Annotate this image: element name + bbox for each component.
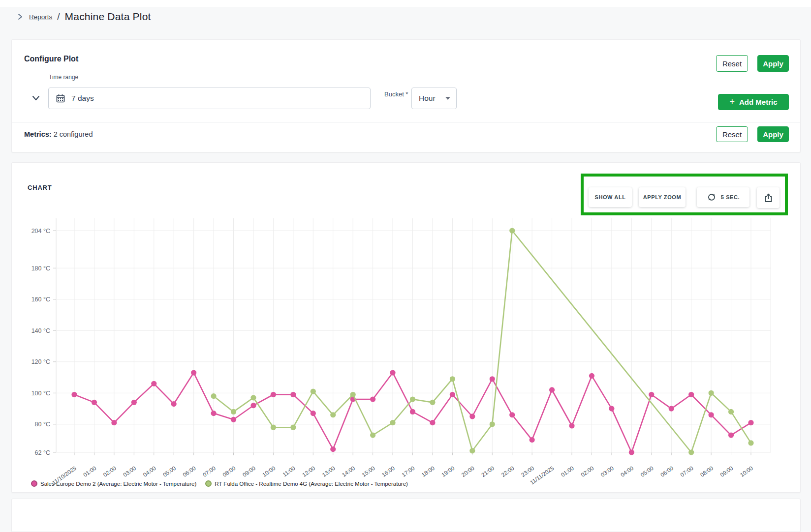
chevron-right-icon — [16, 13, 24, 21]
x-axis-tick-label: 02:00 — [102, 465, 117, 478]
configure-plot-card: Configure Plot Reset Apply Time range 7 … — [11, 39, 801, 152]
x-axis-tick-label: 15:00 — [361, 465, 375, 478]
refresh-interval-button[interactable]: 5 SEC. — [697, 187, 749, 207]
time-range-label: Time range — [49, 74, 78, 81]
y-axis-tick-label: 120 °C — [31, 358, 50, 365]
breadcrumb-reports-link[interactable]: Reports — [29, 13, 52, 21]
data-point — [330, 446, 336, 452]
data-point — [350, 392, 356, 397]
add-metric-button[interactable]: + Add Metric — [718, 94, 789, 110]
data-point — [430, 400, 435, 405]
data-point — [311, 389, 316, 394]
data-point — [530, 437, 535, 443]
data-point — [171, 401, 177, 407]
x-axis-tick-label: 16:00 — [381, 465, 396, 478]
x-axis-tick-label: 07:00 — [202, 465, 217, 478]
x-axis-tick-label: 03:00 — [122, 465, 137, 478]
x-axis-tick-label: 10:00 — [739, 465, 754, 478]
data-point — [430, 420, 435, 425]
y-axis-tick-label: 140 °C — [31, 327, 50, 334]
breadcrumb-separator: / — [57, 11, 60, 22]
data-point — [250, 403, 256, 408]
x-axis-tick-label: 01:00 — [82, 465, 97, 478]
data-point — [748, 420, 753, 425]
configure-reset-button[interactable]: Reset — [716, 55, 748, 72]
data-point — [469, 414, 475, 419]
x-axis-tick-label: 03:00 — [600, 465, 615, 478]
x-axis-tick-label: 09:00 — [242, 465, 256, 478]
x-axis-tick-label: 07:00 — [679, 465, 694, 478]
time-range-input[interactable]: 7 days — [48, 88, 371, 109]
bucket-select[interactable]: Hour — [411, 88, 457, 109]
x-axis-tick-label: 22:00 — [500, 465, 515, 478]
show-all-button[interactable]: SHOW ALL — [589, 187, 632, 207]
data-point — [111, 420, 117, 425]
data-point — [370, 396, 375, 402]
data-point — [131, 400, 137, 405]
x-axis-tick-label: 04:00 — [142, 465, 156, 478]
x-axis-tick-label: 13:00 — [321, 465, 336, 478]
export-button[interactable] — [757, 187, 780, 208]
x-axis-tick-label: 09:00 — [719, 465, 734, 478]
data-point — [151, 381, 156, 386]
x-axis-tick-label: 08:00 — [699, 465, 714, 478]
data-point — [688, 449, 694, 455]
metrics-label: Metrics: — [24, 130, 52, 138]
data-point — [311, 411, 316, 416]
x-axis-tick-label: 06:00 — [659, 465, 674, 478]
x-axis-tick-label: 05:00 — [162, 465, 177, 478]
metrics-apply-button[interactable]: Apply — [757, 126, 789, 142]
bucket-label: Bucket * — [384, 90, 410, 98]
data-point — [629, 449, 634, 455]
refresh-interval-label: 5 SEC. — [721, 194, 740, 200]
y-axis-tick-label: 80 °C — [35, 421, 50, 428]
plus-icon: + — [729, 97, 735, 106]
data-point — [709, 412, 714, 417]
data-point — [271, 425, 276, 430]
data-point — [589, 373, 594, 379]
data-point — [728, 409, 734, 414]
data-point — [669, 406, 674, 411]
chart-card: CHART SHOW ALL APPLY ZOOM 5 SEC. 62 °C80… — [11, 162, 801, 493]
data-point — [509, 228, 515, 233]
data-point — [290, 425, 296, 430]
bucket-value: Hour — [419, 94, 436, 103]
x-axis-tick-label: 20:00 — [461, 465, 475, 478]
legend-item: Sales Europe Demo 2 (Average: Electric M… — [31, 480, 196, 487]
configure-apply-button[interactable]: Apply — [757, 55, 789, 72]
data-point — [330, 412, 336, 417]
x-axis-tick-label: 21:00 — [480, 465, 495, 478]
data-point — [450, 376, 455, 382]
metrics-reset-button[interactable]: Reset — [716, 126, 748, 142]
data-point — [569, 423, 574, 428]
legend-color-dot — [205, 480, 212, 487]
metrics-summary: Metrics: 2 configured — [24, 130, 93, 138]
data-point — [290, 392, 296, 397]
legend-item: RT Fulda Office - Realtime Demo 4G (Aver… — [205, 480, 408, 487]
data-point — [370, 432, 375, 438]
x-axis-tick-label: 04:00 — [620, 465, 634, 478]
data-point — [490, 421, 495, 427]
data-point — [609, 406, 614, 411]
data-point — [211, 411, 216, 416]
add-metric-label: Add Metric — [739, 98, 778, 106]
data-point — [410, 409, 415, 414]
calendar-icon — [56, 94, 65, 103]
time-range-value: 7 days — [71, 94, 94, 103]
x-axis-tick-label: 10:00 — [261, 465, 276, 478]
x-axis-tick-label: 18:00 — [421, 465, 436, 478]
data-point — [688, 392, 694, 397]
x-axis-tick-label: 05:00 — [639, 465, 654, 478]
data-point — [231, 417, 236, 422]
y-axis-tick-label: 62 °C — [35, 449, 50, 456]
data-point — [211, 393, 216, 399]
data-point — [271, 392, 276, 397]
chart-heading: CHART — [28, 184, 52, 191]
y-axis-tick-label: 160 °C — [31, 296, 50, 303]
apply-zoom-button[interactable]: APPLY ZOOM — [639, 187, 686, 207]
data-point — [390, 370, 395, 375]
x-axis-tick-label: 08:00 — [221, 465, 236, 478]
divider — [12, 122, 800, 122]
page-title: Machine Data Plot — [65, 11, 151, 23]
collapse-section-chevron-icon[interactable] — [30, 92, 42, 104]
